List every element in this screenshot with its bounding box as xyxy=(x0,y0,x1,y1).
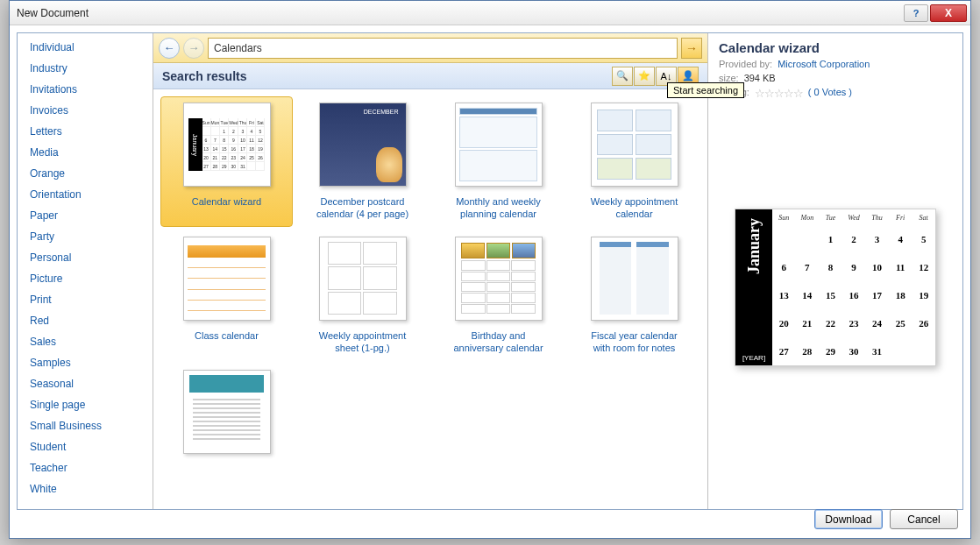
template-item[interactable]: Weekly appointment calendar xyxy=(568,96,700,227)
sidebar-item[interactable]: Paper xyxy=(18,205,153,226)
day-cell: 9 xyxy=(842,253,866,281)
preview-year: [YEAR] xyxy=(742,354,765,362)
sidebar-item[interactable]: Personal xyxy=(18,247,153,268)
nav-row: ← → Calendars → xyxy=(153,33,707,63)
votes-count: ( 0 Votes ) xyxy=(808,87,852,100)
view-search-icon[interactable]: 🔍 xyxy=(612,67,633,86)
sidebar-item[interactable]: Invitations xyxy=(18,79,153,100)
day-cell: 24 xyxy=(865,309,889,337)
sidebar-item[interactable]: Red xyxy=(18,310,153,331)
day-cell: 19 xyxy=(912,281,935,309)
rating-stars[interactable]: ☆☆☆☆☆ xyxy=(755,87,803,100)
template-label: Weekly appointment sheet (1-pg.) xyxy=(310,329,415,355)
sidebar-item[interactable]: Letters xyxy=(18,121,153,142)
preview-provider-row: Provided by: Microsoft Corporation xyxy=(719,59,952,69)
inner-panel: IndividualIndustryInvitationsInvoicesLet… xyxy=(17,32,963,510)
template-item[interactable] xyxy=(160,364,293,493)
template-thumb xyxy=(319,237,407,321)
sidebar-item[interactable]: Orientation xyxy=(18,184,153,205)
provided-by-label: Provided by: xyxy=(719,59,772,69)
cancel-button[interactable]: Cancel xyxy=(890,509,958,529)
sidebar-item[interactable]: Single page xyxy=(18,394,153,415)
day-cell: 7 xyxy=(796,253,820,281)
day-cell: 17 xyxy=(865,281,889,309)
size-value: 394 KB xyxy=(744,73,776,83)
day-cell: 3 xyxy=(865,225,889,253)
preview-calendar-grid: SunMonTueWedThuFriSat1234567891011121314… xyxy=(772,209,935,365)
day-cell xyxy=(889,337,913,365)
template-thumb xyxy=(591,237,678,321)
results-grid[interactable]: JanuarySunMonTueWedThuFriSat123456789101… xyxy=(153,89,707,509)
day-cell: 22 xyxy=(819,309,842,337)
template-item[interactable]: Fiscal year calendar with room for notes xyxy=(568,230,700,361)
go-button[interactable]: → xyxy=(681,38,702,59)
template-thumb xyxy=(455,237,543,321)
preview-month: January xyxy=(745,218,763,274)
sidebar-item[interactable]: Party xyxy=(18,226,153,247)
dow-cell: Mon xyxy=(796,209,820,225)
help-button[interactable]: ? xyxy=(904,4,928,22)
forward-button[interactable]: → xyxy=(183,38,204,59)
sidebar-item[interactable]: Individual xyxy=(18,37,153,58)
sidebar-item[interactable]: Small Business xyxy=(18,415,153,436)
day-cell: 25 xyxy=(889,309,913,337)
preview-size-row: size: 394 KB xyxy=(719,73,952,83)
dialog-window: New Document ? X IndividualIndustryInvit… xyxy=(9,0,971,539)
arrow-right-icon: → xyxy=(188,41,200,54)
download-button[interactable]: Download xyxy=(814,509,883,529)
sidebar-item[interactable]: Print xyxy=(18,289,153,310)
template-thumb xyxy=(591,103,678,187)
dow-cell: Fri xyxy=(889,209,913,225)
sidebar-item[interactable]: Student xyxy=(18,436,153,457)
sidebar-item[interactable]: Samples xyxy=(18,352,153,373)
sidebar-item[interactable]: Teacher xyxy=(18,457,153,478)
sidebar-item[interactable]: Invoices xyxy=(18,100,153,121)
close-button[interactable]: X xyxy=(930,4,967,22)
content-area: IndividualIndustryInvitationsInvoicesLet… xyxy=(10,25,970,538)
sidebar-item[interactable]: White xyxy=(18,478,153,499)
dow-cell: Tue xyxy=(819,209,842,225)
day-cell: 28 xyxy=(796,337,820,365)
template-label: Birthday and anniversary calendar xyxy=(446,329,551,355)
day-cell: 10 xyxy=(865,253,889,281)
breadcrumb-text: Calendars xyxy=(214,42,262,54)
back-button[interactable]: ← xyxy=(159,38,180,59)
close-icon: X xyxy=(945,7,952,19)
preview-image: January [YEAR] SunMonTueWedThuFriSat1234… xyxy=(735,209,936,366)
dow-cell: Wed xyxy=(842,209,866,225)
day-cell: 5 xyxy=(912,225,935,253)
template-label: Calendar wizard xyxy=(192,195,261,220)
template-item[interactable]: Monthly and weekly planning calendar xyxy=(432,96,565,227)
breadcrumb-search[interactable]: Calendars xyxy=(208,38,678,59)
provider-link[interactable]: Microsoft Corporation xyxy=(778,59,870,69)
sidebar-item[interactable]: Sales xyxy=(18,331,153,352)
titlebar: New Document ? X xyxy=(10,1,970,25)
day-cell: 16 xyxy=(842,281,866,309)
sidebar-item[interactable]: Orange xyxy=(18,163,153,184)
day-cell: 4 xyxy=(889,225,913,253)
day-cell xyxy=(796,225,820,253)
dialog-footer: Download Cancel xyxy=(814,509,958,529)
day-cell xyxy=(912,337,935,365)
sidebar-item[interactable]: Media xyxy=(18,142,153,163)
preview-side: January [YEAR] xyxy=(735,209,772,365)
sidebar-item[interactable]: Seasonal xyxy=(18,373,153,394)
template-item[interactable]: Birthday and anniversary calendar xyxy=(432,230,565,361)
day-cell: 14 xyxy=(796,281,820,309)
day-cell xyxy=(772,225,796,253)
help-icon: ? xyxy=(913,8,920,18)
results-header: Search results 🔍 ⭐ A↓ 👤 Start searching xyxy=(153,63,707,89)
template-item[interactable]: JanuarySunMonTueWedThuFriSat123456789101… xyxy=(160,96,293,227)
category-sidebar[interactable]: IndividualIndustryInvitationsInvoicesLet… xyxy=(18,33,153,509)
day-cell: 23 xyxy=(842,309,866,337)
template-item[interactable]: December postcard calendar (4 per page) xyxy=(296,96,429,227)
template-item[interactable]: Class calendar xyxy=(160,230,293,361)
template-label: Monthly and weekly planning calendar xyxy=(446,195,551,221)
sidebar-item[interactable]: Industry xyxy=(18,58,153,79)
template-item[interactable]: Weekly appointment sheet (1-pg.) xyxy=(296,230,429,361)
sidebar-item[interactable]: Picture xyxy=(18,268,153,289)
view-favorites-icon[interactable]: ⭐ xyxy=(634,67,655,86)
day-cell: 2 xyxy=(842,225,866,253)
template-thumb xyxy=(183,370,271,454)
day-cell: 26 xyxy=(912,309,935,337)
